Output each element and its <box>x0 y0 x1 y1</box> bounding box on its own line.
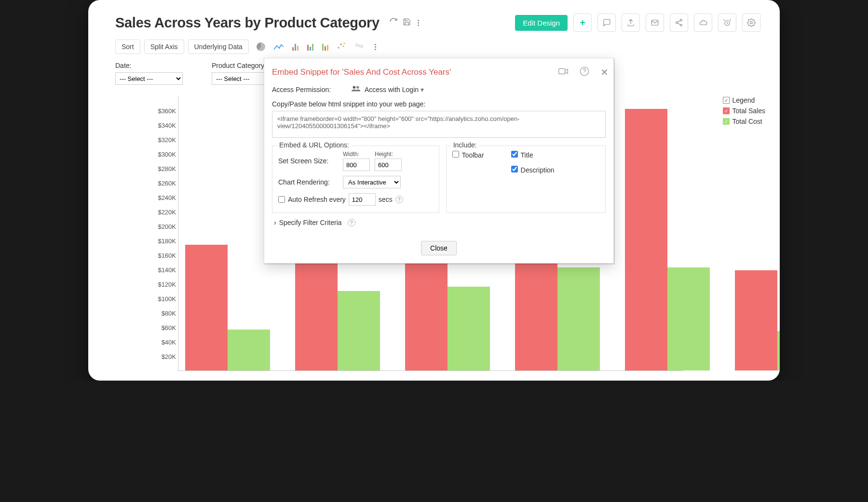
line-chart-icon[interactable] <box>274 43 284 51</box>
close-icon[interactable]: ✕ <box>600 66 609 78</box>
height-input[interactable] <box>375 159 402 171</box>
page-title: Sales Across Years by Product Category <box>115 15 380 31</box>
sort-button[interactable]: Sort <box>115 40 140 54</box>
y-tick: $260K <box>152 180 176 187</box>
y-tick: $360K <box>152 107 176 115</box>
more-icon[interactable] <box>416 20 421 26</box>
access-permission-value[interactable]: Access with Login <box>365 86 419 93</box>
modal-header: Embed Snippet for 'Sales And Cost Across… <box>264 58 613 83</box>
svg-point-3 <box>680 24 682 26</box>
comment-icon[interactable] <box>597 13 616 32</box>
svg-point-1 <box>680 19 682 21</box>
chart-rendering-label: Chart Rendering: <box>278 178 343 186</box>
pie-chart-icon[interactable] <box>257 42 265 51</box>
y-tick: $160K <box>152 252 176 259</box>
bar-group <box>625 109 710 370</box>
bar-group <box>735 270 780 371</box>
mail-icon[interactable] <box>646 13 664 32</box>
include-title-label: Title <box>521 151 533 159</box>
filter-criteria-toggle[interactable]: › Specify Filter Criteria ? <box>274 219 606 226</box>
y-tick: $180K <box>152 238 176 245</box>
bar-total-cost[interactable] <box>228 330 270 371</box>
include-panel: Include: Toolbar Title Description <box>446 145 606 213</box>
export-icon[interactable] <box>622 13 640 32</box>
include-title-checkbox[interactable] <box>511 151 518 158</box>
include-legend: Include: <box>451 141 479 149</box>
chart-rendering-select[interactable]: As Interactive <box>343 176 401 188</box>
title-actions <box>389 17 421 28</box>
alarm-icon[interactable] <box>718 13 736 32</box>
y-tick: $320K <box>152 136 176 144</box>
app-window: Sales Across Years by Product Category E… <box>88 0 780 381</box>
y-tick: $120K <box>152 281 176 288</box>
include-description-checkbox[interactable] <box>511 166 518 172</box>
edit-design-button[interactable]: Edit Design <box>515 15 568 31</box>
bar-total-sales[interactable] <box>735 270 777 371</box>
stacked-bar-icon[interactable] <box>307 43 313 51</box>
underlying-data-button[interactable]: Underlying Data <box>188 40 249 54</box>
auto-refresh-checkbox[interactable] <box>278 196 285 203</box>
bar-total-cost[interactable] <box>557 267 600 371</box>
y-axis: $360K$340K$320K$300K$280K$260K$240K$220K… <box>157 98 176 371</box>
chart-type-more-icon[interactable] <box>373 44 378 50</box>
add-button[interactable]: + <box>573 13 592 32</box>
svg-rect-10 <box>559 69 565 74</box>
height-label: Height: <box>375 151 402 158</box>
y-tick: $100K <box>152 295 176 303</box>
auto-refresh-label: Auto Refresh every <box>288 196 346 203</box>
y-tick: $280K <box>152 165 176 172</box>
svg-point-9 <box>343 42 345 44</box>
include-description-label: Description <box>521 166 555 174</box>
chart-toolbar: Sort Split Axis Underlying Data <box>88 40 780 54</box>
y-tick: $200K <box>152 223 176 230</box>
y-tick: $340K <box>152 122 176 129</box>
people-icon <box>351 85 362 93</box>
grouped-bar-icon[interactable] <box>322 43 328 51</box>
auto-refresh-unit: secs <box>379 196 393 203</box>
close-button[interactable]: Close <box>421 241 457 255</box>
scatter-chart-icon[interactable] <box>337 42 346 52</box>
include-toolbar-label: Toolbar <box>462 151 484 159</box>
svg-point-6 <box>338 47 339 48</box>
svg-point-5 <box>750 22 753 24</box>
y-tick: $60K <box>152 324 176 331</box>
modal-title: Embed Snippet for 'Sales And Cost Across… <box>272 67 451 77</box>
y-tick: $20K <box>152 353 176 360</box>
gear-icon[interactable] <box>742 13 760 32</box>
y-tick: $220K <box>152 209 176 216</box>
svg-point-7 <box>340 43 341 45</box>
access-permission-label: Access Permission: <box>272 86 351 93</box>
auto-refresh-input[interactable] <box>349 193 376 206</box>
cloud-icon[interactable] <box>694 13 712 32</box>
bar-total-sales[interactable] <box>185 245 228 370</box>
width-input[interactable] <box>343 159 370 171</box>
share-icon[interactable] <box>670 13 688 32</box>
video-icon[interactable] <box>558 66 569 79</box>
svg-rect-0 <box>651 20 658 26</box>
auto-refresh-help-icon[interactable]: ? <box>395 196 403 203</box>
split-axis-button[interactable]: Split Axis <box>144 40 184 54</box>
refresh-icon[interactable] <box>389 17 398 28</box>
y-tick: $80K <box>152 310 176 317</box>
header-bar: Sales Across Years by Product Category E… <box>88 0 780 37</box>
bar-total-cost[interactable] <box>448 287 490 370</box>
map-chart-icon[interactable] <box>354 42 364 52</box>
filter-criteria-help-icon[interactable]: ? <box>348 219 355 226</box>
bar-total-sales[interactable] <box>625 109 667 370</box>
screen-size-label: Set Screen Size: <box>278 157 343 165</box>
svg-point-8 <box>342 45 344 47</box>
chevron-down-icon[interactable]: ▾ <box>420 86 424 93</box>
embed-options-panel: Embed & URL Options: Set Screen Size: Wi… <box>272 145 439 213</box>
bar-total-cost[interactable] <box>667 267 710 371</box>
bar-total-cost[interactable] <box>777 331 780 371</box>
embed-snippet-textarea[interactable]: <iframe frameborder=0 width="800" height… <box>272 111 606 138</box>
date-filter-select[interactable]: --- Select --- <box>115 72 183 85</box>
save-icon[interactable] <box>403 18 411 28</box>
date-filter-label: Date: <box>115 62 183 69</box>
chevron-right-icon: › <box>274 219 276 226</box>
help-icon[interactable] <box>579 66 590 79</box>
bar-chart-icon[interactable] <box>292 43 298 51</box>
copy-paste-label: Copy/Paste below html snippet into your … <box>272 100 606 108</box>
include-toolbar-checkbox[interactable] <box>452 151 459 158</box>
bar-total-cost[interactable] <box>338 291 380 370</box>
